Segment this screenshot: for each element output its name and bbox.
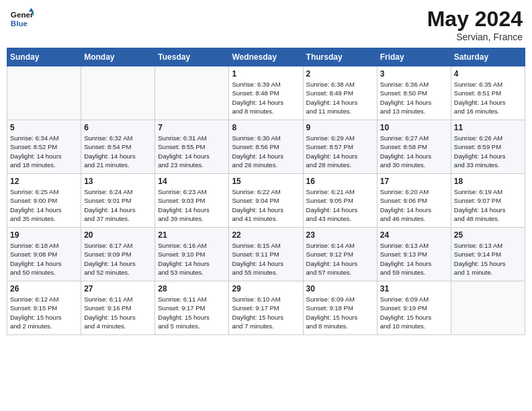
- title-block: May 2024 Servian, France: [427, 7, 523, 42]
- calendar-week-row: 12Sunrise: 6:25 AM Sunset: 9:00 PM Dayli…: [7, 174, 525, 228]
- calendar-cell: 18Sunrise: 6:19 AM Sunset: 9:07 PM Dayli…: [451, 174, 525, 228]
- day-number: 5: [10, 123, 78, 132]
- day-number: 10: [380, 123, 448, 132]
- day-number: 6: [84, 123, 152, 132]
- day-number: 4: [454, 69, 522, 79]
- day-number: 14: [158, 177, 226, 186]
- calendar-cell: 10Sunrise: 6:27 AM Sunset: 8:58 PM Dayli…: [377, 120, 451, 174]
- col-header-wednesday: Wednesday: [229, 48, 303, 66]
- calendar-cell: 14Sunrise: 6:23 AM Sunset: 9:03 PM Dayli…: [155, 174, 229, 228]
- day-content: Sunrise: 6:31 AM Sunset: 8:55 PM Dayligh…: [158, 134, 226, 169]
- calendar-cell: [451, 281, 525, 335]
- day-content: Sunrise: 6:12 AM Sunset: 9:15 PM Dayligh…: [10, 295, 78, 330]
- calendar-cell: 23Sunrise: 6:14 AM Sunset: 9:12 PM Dayli…: [303, 228, 377, 281]
- day-number: 22: [232, 230, 300, 240]
- day-content: Sunrise: 6:21 AM Sunset: 9:05 PM Dayligh…: [306, 187, 374, 223]
- day-content: Sunrise: 6:35 AM Sunset: 8:51 PM Dayligh…: [454, 80, 522, 116]
- calendar-cell: [7, 66, 81, 120]
- col-header-thursday: Thursday: [303, 48, 377, 66]
- calendar-cell: 22Sunrise: 6:15 AM Sunset: 9:11 PM Dayli…: [229, 228, 303, 281]
- calendar-table: SundayMondayTuesdayWednesdayThursdayFrid…: [7, 48, 525, 335]
- calendar-cell: 27Sunrise: 6:11 AM Sunset: 9:16 PM Dayli…: [81, 281, 155, 335]
- calendar-cell: 2Sunrise: 6:38 AM Sunset: 8:49 PM Daylig…: [303, 66, 377, 120]
- day-number: 7: [158, 123, 226, 132]
- day-number: 27: [84, 284, 152, 293]
- day-number: 23: [306, 230, 374, 240]
- day-number: 31: [380, 284, 448, 293]
- day-number: 11: [454, 123, 522, 132]
- day-number: 13: [84, 177, 152, 186]
- logo: General Blue: [9, 7, 34, 31]
- day-content: Sunrise: 6:14 AM Sunset: 9:12 PM Dayligh…: [306, 241, 374, 277]
- day-number: 30: [306, 284, 374, 293]
- calendar-cell: 13Sunrise: 6:24 AM Sunset: 9:01 PM Dayli…: [81, 174, 155, 228]
- col-header-saturday: Saturday: [451, 48, 525, 66]
- day-number: 19: [10, 230, 78, 240]
- day-content: Sunrise: 6:32 AM Sunset: 8:54 PM Dayligh…: [84, 134, 152, 169]
- day-content: Sunrise: 6:20 AM Sunset: 9:06 PM Dayligh…: [380, 187, 448, 223]
- day-content: Sunrise: 6:27 AM Sunset: 8:58 PM Dayligh…: [380, 134, 448, 169]
- day-number: 28: [158, 284, 226, 293]
- day-number: 15: [232, 177, 300, 186]
- day-number: 18: [454, 177, 522, 186]
- month-year-title: May 2024: [427, 7, 523, 32]
- calendar-week-row: 1Sunrise: 6:39 AM Sunset: 8:48 PM Daylig…: [7, 66, 525, 120]
- day-number: 17: [380, 177, 448, 186]
- calendar-week-row: 19Sunrise: 6:18 AM Sunset: 9:08 PM Dayli…: [7, 228, 525, 281]
- calendar-cell: 31Sunrise: 6:09 AM Sunset: 9:19 PM Dayli…: [377, 281, 451, 335]
- day-number: 3: [380, 69, 448, 79]
- day-content: Sunrise: 6:17 AM Sunset: 9:09 PM Dayligh…: [84, 241, 152, 277]
- page-header: General Blue May 2024 Servian, France: [7, 7, 525, 42]
- calendar-cell: [155, 66, 229, 120]
- day-content: Sunrise: 6:22 AM Sunset: 9:04 PM Dayligh…: [232, 187, 300, 223]
- calendar-cell: 28Sunrise: 6:11 AM Sunset: 9:17 PM Dayli…: [155, 281, 229, 335]
- day-content: Sunrise: 6:29 AM Sunset: 8:57 PM Dayligh…: [306, 134, 374, 169]
- calendar-cell: 4Sunrise: 6:35 AM Sunset: 8:51 PM Daylig…: [451, 66, 525, 120]
- location-subtitle: Servian, France: [427, 32, 523, 42]
- day-content: Sunrise: 6:16 AM Sunset: 9:10 PM Dayligh…: [158, 241, 226, 277]
- col-header-monday: Monday: [81, 48, 155, 66]
- day-content: Sunrise: 6:19 AM Sunset: 9:07 PM Dayligh…: [454, 187, 522, 223]
- day-content: Sunrise: 6:18 AM Sunset: 9:08 PM Dayligh…: [10, 241, 78, 277]
- calendar-cell: 19Sunrise: 6:18 AM Sunset: 9:08 PM Dayli…: [7, 228, 81, 281]
- calendar-cell: 15Sunrise: 6:22 AM Sunset: 9:04 PM Dayli…: [229, 174, 303, 228]
- calendar-cell: 26Sunrise: 6:12 AM Sunset: 9:15 PM Dayli…: [7, 281, 81, 335]
- calendar-cell: 17Sunrise: 6:20 AM Sunset: 9:06 PM Dayli…: [377, 174, 451, 228]
- day-content: Sunrise: 6:36 AM Sunset: 8:50 PM Dayligh…: [380, 80, 448, 116]
- calendar-cell: 9Sunrise: 6:29 AM Sunset: 8:57 PM Daylig…: [303, 120, 377, 174]
- calendar-cell: 30Sunrise: 6:09 AM Sunset: 9:18 PM Dayli…: [303, 281, 377, 335]
- calendar-cell: 25Sunrise: 6:13 AM Sunset: 9:14 PM Dayli…: [451, 228, 525, 281]
- day-number: 24: [380, 230, 448, 240]
- day-content: Sunrise: 6:23 AM Sunset: 9:03 PM Dayligh…: [158, 187, 226, 223]
- day-number: 20: [84, 230, 152, 240]
- day-number: 29: [232, 284, 300, 293]
- calendar-week-row: 5Sunrise: 6:34 AM Sunset: 8:52 PM Daylig…: [7, 120, 525, 174]
- day-content: Sunrise: 6:38 AM Sunset: 8:49 PM Dayligh…: [306, 80, 374, 116]
- calendar-cell: 8Sunrise: 6:30 AM Sunset: 8:56 PM Daylig…: [229, 120, 303, 174]
- calendar-cell: 3Sunrise: 6:36 AM Sunset: 8:50 PM Daylig…: [377, 66, 451, 120]
- calendar-cell: 11Sunrise: 6:26 AM Sunset: 8:59 PM Dayli…: [451, 120, 525, 174]
- day-content: Sunrise: 6:30 AM Sunset: 8:56 PM Dayligh…: [232, 134, 300, 169]
- col-header-sunday: Sunday: [7, 48, 81, 66]
- day-content: Sunrise: 6:09 AM Sunset: 9:18 PM Dayligh…: [306, 295, 374, 330]
- calendar-cell: 16Sunrise: 6:21 AM Sunset: 9:05 PM Dayli…: [303, 174, 377, 228]
- calendar-cell: 20Sunrise: 6:17 AM Sunset: 9:09 PM Dayli…: [81, 228, 155, 281]
- calendar-header-row: SundayMondayTuesdayWednesdayThursdayFrid…: [7, 48, 525, 66]
- calendar-cell: [81, 66, 155, 120]
- day-content: Sunrise: 6:11 AM Sunset: 9:17 PM Dayligh…: [158, 295, 226, 330]
- day-number: 2: [306, 69, 374, 79]
- calendar-cell: 7Sunrise: 6:31 AM Sunset: 8:55 PM Daylig…: [155, 120, 229, 174]
- day-number: 21: [158, 230, 226, 240]
- col-header-tuesday: Tuesday: [155, 48, 229, 66]
- day-number: 9: [306, 123, 374, 132]
- calendar-cell: 1Sunrise: 6:39 AM Sunset: 8:48 PM Daylig…: [229, 66, 303, 120]
- day-content: Sunrise: 6:09 AM Sunset: 9:19 PM Dayligh…: [380, 295, 448, 330]
- day-content: Sunrise: 6:13 AM Sunset: 9:13 PM Dayligh…: [380, 241, 448, 277]
- calendar-cell: 29Sunrise: 6:10 AM Sunset: 9:17 PM Dayli…: [229, 281, 303, 335]
- logo-icon: General Blue: [9, 7, 34, 31]
- calendar-cell: 21Sunrise: 6:16 AM Sunset: 9:10 PM Dayli…: [155, 228, 229, 281]
- day-number: 26: [10, 284, 78, 293]
- day-number: 8: [232, 123, 300, 132]
- day-number: 16: [306, 177, 374, 186]
- calendar-week-row: 26Sunrise: 6:12 AM Sunset: 9:15 PM Dayli…: [7, 281, 525, 335]
